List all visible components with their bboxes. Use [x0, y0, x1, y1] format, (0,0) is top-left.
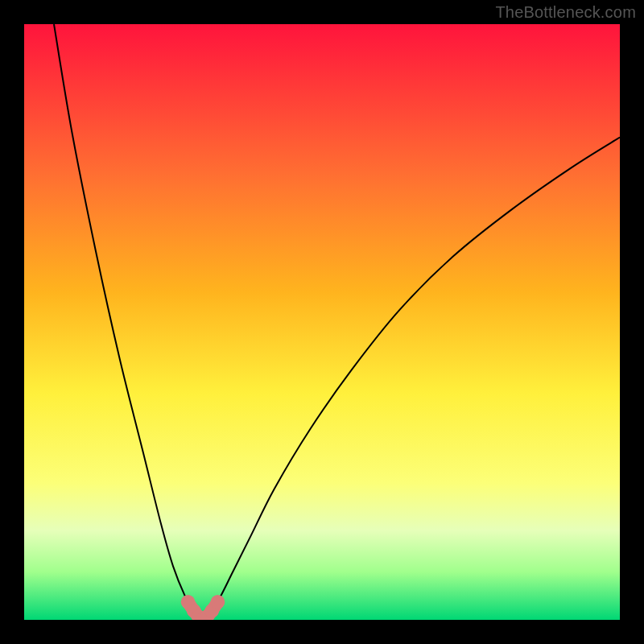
chart-svg — [24, 24, 620, 620]
plot-area — [24, 24, 620, 620]
gradient-background — [24, 24, 620, 620]
highlight-marker — [211, 595, 225, 609]
chart-frame: TheBottleneck.com — [0, 0, 644, 644]
watermark-text: TheBottleneck.com — [495, 3, 636, 22]
